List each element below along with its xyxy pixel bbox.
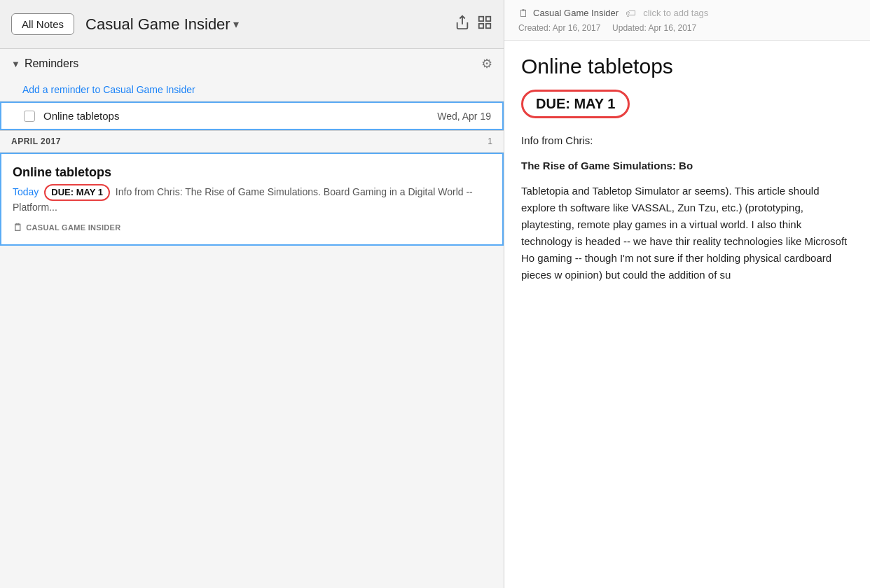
note-notebook-name-label: Casual Game Insider bbox=[533, 8, 619, 18]
note-card-preview: Today DUE: MAY 1 Info from Chris: The Ri… bbox=[13, 184, 491, 215]
note-card-title: Online tabletops bbox=[13, 165, 491, 180]
note-dates: Created: Apr 16, 2017 Updated: Apr 16, 2… bbox=[518, 23, 856, 33]
add-tags-link[interactable]: click to add tags bbox=[643, 8, 708, 18]
gear-icon[interactable]: ⚙ bbox=[481, 56, 492, 71]
add-reminder-row[interactable]: Add a reminder to Casual Game Insider bbox=[0, 78, 504, 102]
left-panel: All Notes Casual Game Insider ▾ bbox=[0, 0, 504, 588]
top-bar: All Notes Casual Game Insider ▾ bbox=[0, 0, 504, 49]
note-body: Info from Chris: The Rise of Game Simula… bbox=[521, 132, 853, 284]
reminders-section: ▼ Reminders ⚙ Add a reminder to Casual G… bbox=[0, 49, 504, 131]
svg-rect-2 bbox=[486, 17, 490, 21]
note-title-display: Online tabletops bbox=[521, 55, 853, 78]
note-content-area: Online tabletops DUE: MAY 1 Info from Ch… bbox=[504, 41, 870, 588]
date-group-label: APRIL 2017 bbox=[11, 136, 61, 146]
grid-icon[interactable] bbox=[477, 15, 492, 34]
svg-rect-4 bbox=[486, 24, 490, 28]
updated-label: Updated: Apr 16, 2017 bbox=[612, 23, 696, 33]
note-body-intro: Info from Chris: bbox=[521, 132, 853, 149]
date-group-header: APRIL 2017 1 bbox=[0, 131, 504, 153]
note-card[interactable]: Online tabletops Today DUE: MAY 1 Info f… bbox=[0, 153, 504, 246]
note-body-heading: The Rise of Game Simulations: Bo bbox=[521, 158, 853, 174]
notebook-tag-label: CASUAL GAME INSIDER bbox=[26, 223, 120, 232]
reminders-header: ▼ Reminders ⚙ bbox=[0, 49, 504, 78]
due-badge-large: DUE: MAY 1 bbox=[521, 90, 630, 118]
notebook-dropdown-chevron[interactable]: ▾ bbox=[233, 18, 239, 31]
tag-lock-icon: 🏷 bbox=[626, 7, 636, 19]
right-panel: 🗒 Casual Game Insider 🏷 click to add tag… bbox=[504, 0, 870, 588]
note-notebook-name: 🗒 Casual Game Insider bbox=[518, 7, 619, 19]
reminder-title: Online tabletops bbox=[43, 110, 437, 122]
reminders-label: Reminders bbox=[25, 57, 78, 70]
note-header: 🗒 Casual Game Insider 🏷 click to add tag… bbox=[504, 0, 870, 41]
due-badge-inline: DUE: MAY 1 bbox=[44, 184, 110, 201]
all-notes-button[interactable]: All Notes bbox=[11, 13, 74, 35]
reminder-checkbox[interactable] bbox=[24, 111, 35, 122]
note-meta-top: 🗒 Casual Game Insider 🏷 click to add tag… bbox=[518, 7, 856, 19]
reminder-item-row[interactable]: Online tabletops Wed, Apr 19 bbox=[0, 102, 504, 130]
created-label: Created: Apr 16, 2017 bbox=[518, 23, 600, 33]
note-body-heading-text: The Rise of Game Simulations: Bo bbox=[521, 160, 693, 172]
reminder-date: Wed, Apr 19 bbox=[437, 111, 491, 122]
svg-rect-3 bbox=[479, 24, 483, 28]
notebook-name-label: Casual Game Insider bbox=[85, 15, 230, 34]
share-icon[interactable] bbox=[455, 15, 470, 34]
note-notebook-tag: 🗒 CASUAL GAME INSIDER bbox=[13, 222, 491, 233]
notebook-icon: 🗒 bbox=[518, 7, 529, 19]
svg-rect-1 bbox=[479, 17, 483, 21]
note-date-label: Today bbox=[13, 186, 39, 197]
notebook-title: Casual Game Insider ▾ bbox=[85, 15, 239, 34]
reminders-toggle[interactable]: ▼ bbox=[11, 59, 20, 69]
note-body-text: Tabletopia and Tabletop Simulator ar see… bbox=[521, 183, 853, 284]
date-group-count: 1 bbox=[488, 136, 492, 146]
toolbar-icons bbox=[455, 15, 492, 34]
notebook-tag-icon: 🗒 bbox=[13, 222, 22, 233]
